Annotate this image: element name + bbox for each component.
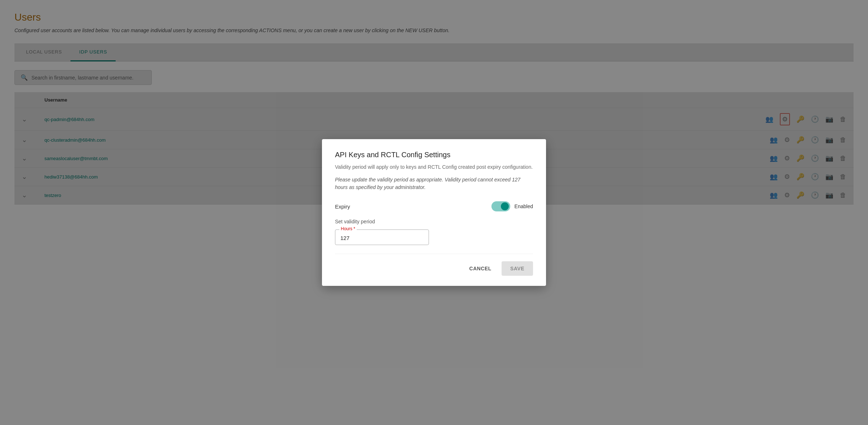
hours-field-wrapper: Hours * <box>335 229 429 245</box>
validity-section-label: Set validity period <box>335 219 533 224</box>
expiry-label: Expiry <box>335 203 350 210</box>
expiry-toggle[interactable] <box>491 201 510 211</box>
save-button[interactable]: SAVE <box>502 261 533 276</box>
cancel-button[interactable]: CANCEL <box>462 261 499 276</box>
required-asterisk: * <box>352 226 355 231</box>
toggle-group: Enabled <box>491 201 533 211</box>
dialog-note: Please update the validity period as app… <box>335 176 533 191</box>
expiry-row: Expiry Enabled <box>335 201 533 211</box>
dialog-title: API Keys and RCTL Config Settings <box>335 151 533 159</box>
dialog-divider <box>335 254 533 254</box>
hours-input[interactable] <box>335 229 429 245</box>
api-keys-dialog: API Keys and RCTL Config Settings Validi… <box>322 139 546 286</box>
toggle-slider <box>491 201 510 211</box>
toggle-state-label: Enabled <box>515 203 533 209</box>
dialog-subtitle: Validity period will apply only to keys … <box>335 163 533 171</box>
modal-overlay: API Keys and RCTL Config Settings Validi… <box>0 0 868 425</box>
hours-field-label: Hours * <box>339 226 357 231</box>
dialog-actions: CANCEL SAVE <box>335 261 533 276</box>
